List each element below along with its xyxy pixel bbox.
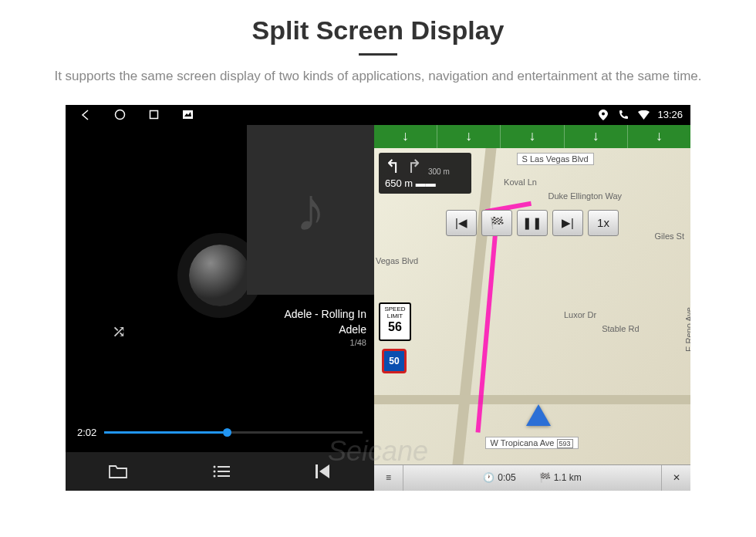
- street-text: Luxor Dr: [564, 310, 596, 319]
- map-previous-button[interactable]: |◀: [446, 210, 477, 236]
- recent-apps-icon[interactable]: [147, 109, 160, 121]
- map-pause-button[interactable]: ❚❚: [517, 210, 548, 236]
- nav-eta: 🕐 0:05: [483, 472, 515, 483]
- street-text: Vegas Blvd: [376, 256, 418, 265]
- status-clock: 13:26: [657, 109, 683, 120]
- svg-point-3: [213, 465, 215, 468]
- svg-point-5: [213, 470, 215, 472]
- svg-rect-6: [218, 471, 230, 472]
- page-subtitle: It supports the same screen display of t…: [0, 67, 756, 86]
- svg-rect-1: [150, 111, 157, 119]
- turn-sub-distance: 300 m: [428, 168, 450, 176]
- previous-track-icon[interactable]: [316, 464, 331, 478]
- music-panel: ♪ ⤮ Adele - Rolling In Adele 1/48 2:02: [66, 105, 374, 491]
- playlist-icon[interactable]: [213, 465, 230, 478]
- svg-rect-4: [218, 466, 230, 468]
- music-note-icon: ♪: [295, 174, 326, 245]
- lane-arrow-icon: ↓: [501, 125, 564, 148]
- svg-rect-8: [218, 475, 230, 477]
- svg-rect-9: [316, 464, 318, 478]
- album-art-placeholder: ♪: [247, 125, 374, 295]
- turn-panel: ↰ ↱ 300 m 650 m ▬▬: [379, 153, 471, 194]
- street-text: Duke Ellington Way: [548, 191, 623, 201]
- turn-left-icon: ↰: [385, 157, 400, 176]
- svg-point-7: [213, 475, 215, 477]
- street-label: W Tropicana Ave 593: [485, 437, 579, 449]
- folder-icon[interactable]: [109, 464, 127, 478]
- phone-icon: [617, 109, 629, 121]
- nav-cursor-icon: [526, 404, 551, 426]
- nav-menu-button[interactable]: ≡: [374, 465, 403, 491]
- back-icon[interactable]: [79, 109, 92, 121]
- nav-bottom-bar: ≡ 🕐 0:05 🏁 1.1 km ✕: [374, 464, 690, 491]
- map-flag-button[interactable]: 🏁: [481, 210, 512, 236]
- lane-arrow-icon: ↓: [437, 125, 501, 148]
- shuffle-icon[interactable]: ⤮: [112, 322, 126, 342]
- map-area[interactable]: S Las Vegas Blvd Koval Ln Duke Ellington…: [374, 148, 690, 464]
- street-label: S Las Vegas Blvd: [517, 153, 594, 165]
- nav-distance: 🏁 1.1 km: [539, 472, 582, 483]
- elapsed-time: 2:02: [77, 427, 96, 438]
- street-text: Giles St: [654, 231, 684, 241]
- track-info: Adele - Rolling In Adele 1/48: [284, 307, 366, 350]
- track-artist: Adele: [284, 323, 366, 338]
- svg-point-0: [115, 110, 124, 120]
- turn-distance: 650 m ▬▬: [385, 177, 465, 189]
- location-icon: [597, 109, 609, 121]
- map-speed-button[interactable]: 1x: [588, 210, 619, 236]
- turn-right-icon: ↱: [407, 157, 422, 176]
- progress-row: 2:02: [66, 427, 374, 452]
- device-frame: 13:26 ♪ ⤮ Adele - Rolling In Adele 1/48 …: [66, 105, 690, 491]
- lane-guidance-bar: ↓ ↓ ↓ ↓ ↓: [374, 125, 690, 148]
- nav-close-button[interactable]: ✕: [661, 465, 690, 491]
- map-controls: |◀ 🏁 ❚❚ ▶| 1x: [446, 210, 619, 236]
- lane-arrow-icon: ↓: [374, 125, 437, 148]
- street-text: Koval Ln: [504, 177, 537, 187]
- lane-arrow-icon: ↓: [565, 125, 628, 148]
- wifi-icon: [637, 109, 650, 121]
- image-icon[interactable]: [181, 109, 194, 121]
- route-shield: 50: [382, 349, 407, 373]
- home-icon[interactable]: [113, 109, 126, 121]
- page-title: Split Screen Display: [0, 15, 756, 46]
- street-text: Stable Rd: [602, 324, 639, 333]
- title-underline: [359, 53, 397, 56]
- status-bar: 13:26: [66, 105, 690, 125]
- speed-limit-sign: SPEED LIMIT 56: [379, 302, 411, 341]
- navigation-panel: ↓ ↓ ↓ ↓ ↓ S Las Vegas Blvd Koval Ln Duke…: [374, 105, 690, 491]
- joystick-control[interactable]: [189, 245, 251, 306]
- track-index: 1/48: [284, 337, 366, 349]
- progress-bar[interactable]: [104, 431, 363, 434]
- music-bottom-bar: [66, 452, 374, 491]
- street-text: E Reno Ave: [684, 307, 690, 352]
- map-next-button[interactable]: ▶|: [552, 210, 583, 236]
- track-title: Adele - Rolling In: [284, 307, 366, 323]
- lane-arrow-icon: ↓: [628, 125, 690, 148]
